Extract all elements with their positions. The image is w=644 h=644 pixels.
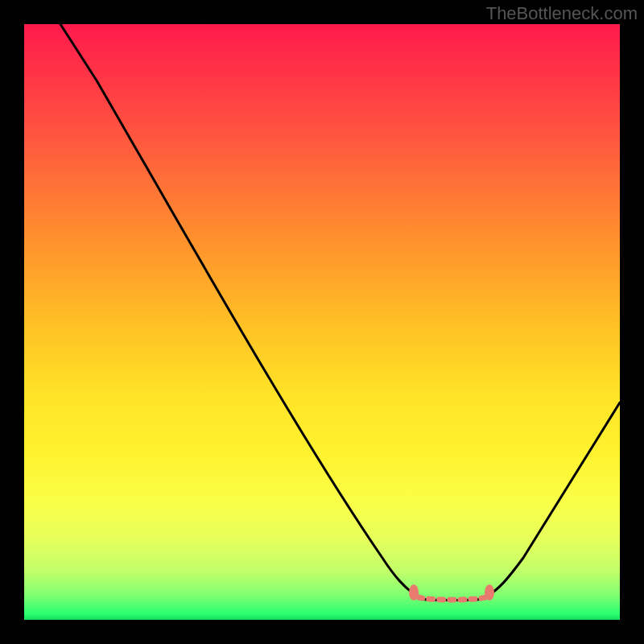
trough-dot-right — [485, 584, 494, 601]
chart-container: TheBottleneck.com — [0, 0, 644, 644]
plot-area — [24, 24, 620, 620]
curve-svg — [24, 24, 620, 620]
bottleneck-curve — [60, 24, 620, 601]
trough-marker — [419, 597, 485, 600]
trough-dot-left — [409, 584, 419, 601]
watermark: TheBottleneck.com — [486, 3, 638, 24]
